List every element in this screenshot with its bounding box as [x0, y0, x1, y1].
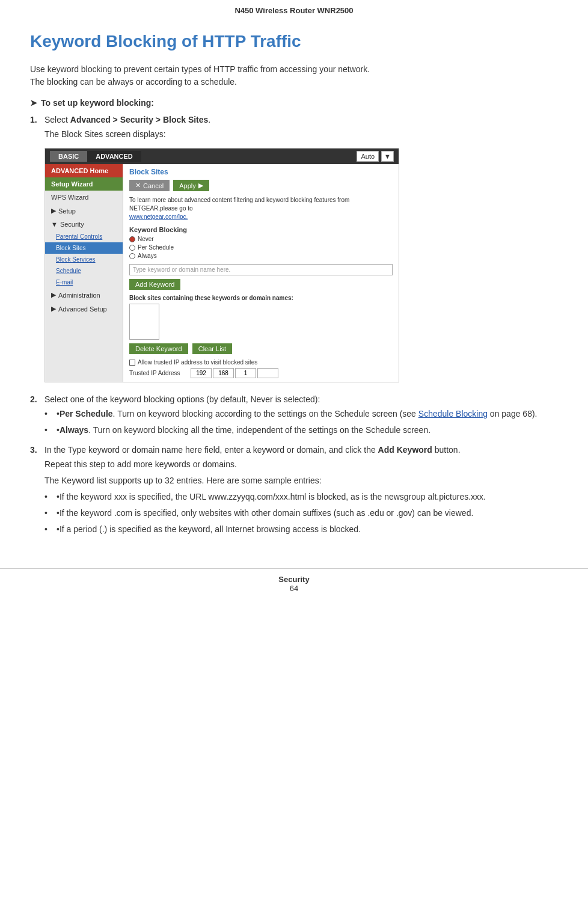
trusted-ip-label: Trusted IP Address	[129, 370, 189, 376]
adv-setup-label: Advanced Setup	[58, 305, 107, 313]
trusted-ip-1[interactable]	[191, 368, 212, 378]
page-title: Keyword Blocking of HTTP Traffic	[30, 32, 558, 51]
apply-arrow-icon: ▶	[198, 182, 203, 189]
step-1: 1. Select Advanced > Security > Block Si…	[30, 115, 558, 382]
header-title: N450 Wireless Router WNR2500	[234, 6, 353, 15]
arrow-icon: ➤	[30, 98, 37, 108]
step-3-bullet-1-text: If the keyword xxx is specified, the URL…	[60, 491, 486, 503]
intro-line1: Use keyword blocking to prevent certain …	[30, 64, 370, 74]
main-content: Keyword Blocking of HTTP Traffic Use key…	[0, 20, 588, 556]
router-section-title: Block Sites	[129, 168, 393, 176]
keyword-list-box	[129, 304, 159, 340]
radio-never[interactable]: Never	[129, 236, 393, 242]
footer-page-num: 64	[0, 584, 588, 593]
step-1-row: 1. Select Advanced > Security > Block Si…	[30, 115, 558, 124]
step-3-bullet-1: • If the keyword xxx is specified, the U…	[44, 491, 558, 503]
cancel-button[interactable]: ✕ Cancel	[129, 180, 170, 191]
sidebar-item-block-services[interactable]: Block Services	[45, 254, 123, 265]
radio-per-schedule[interactable]: Per Schedule	[129, 244, 393, 251]
radio-per-schedule-dot	[129, 245, 135, 251]
info-text-main: To learn more about advanced content fil…	[129, 197, 349, 212]
radio-per-schedule-label: Per Schedule	[138, 244, 174, 251]
sidebar-item-parental-controls[interactable]: Parental Controls	[45, 231, 123, 242]
keyword-action-buttons: Delete Keyword Clear List	[129, 343, 393, 354]
info-link[interactable]: www.netgear.com/lpc.	[129, 213, 188, 220]
router-top-bar: BASIC ADVANCED Auto ▼	[45, 149, 399, 164]
router-info-text: To learn more about advanced content fil…	[129, 196, 393, 221]
sidebar-item-advanced-home[interactable]: ADVANCED Home	[45, 164, 123, 177]
router-screenshot: BASIC ADVANCED Auto ▼ ADVANCED Home Setu…	[44, 148, 399, 382]
sidebar-item-email[interactable]: E-mail	[45, 277, 123, 288]
radio-never-dot	[129, 236, 135, 242]
sidebar-item-schedule[interactable]: Schedule	[45, 265, 123, 277]
adv-setup-arrow-icon: ▶	[51, 305, 56, 313]
router-top-right: Auto ▼	[357, 151, 394, 162]
radio-never-label: Never	[138, 236, 154, 242]
instruction-heading: ➤ To set up keyword blocking:	[30, 98, 558, 108]
radio-always-dot	[129, 253, 135, 259]
sidebar-item-wps-wizard[interactable]: WPS Wizard	[45, 191, 123, 204]
trusted-ip-row: Trusted IP Address	[129, 368, 393, 378]
step-2-content: Select one of the keyword blocking optio…	[44, 394, 558, 404]
apply-label: Apply	[179, 182, 196, 189]
trusted-ip-3[interactable]	[235, 368, 256, 378]
trusted-checkbox[interactable]	[129, 360, 135, 366]
step-2-bullet-2-text: Always. Turn on keyword blocking all the…	[60, 424, 430, 437]
page-footer: Security 64	[0, 568, 588, 599]
radio-group-blocking: Never Per Schedule Always	[129, 236, 393, 259]
auto-dropdown-icon[interactable]: ▼	[381, 151, 394, 162]
cancel-label: Cancel	[143, 182, 164, 189]
sidebar-item-setup[interactable]: ▶ Setup	[45, 204, 123, 218]
step-3-subtext1: Repeat this step to add more keywords or…	[44, 458, 558, 471]
step-2-bullet-1-text: Per Schedule. Turn on keyword blocking a…	[60, 408, 537, 420]
sidebar-item-advanced-setup[interactable]: ▶ Advanced Setup	[45, 302, 123, 316]
tab-basic[interactable]: BASIC	[50, 151, 87, 162]
step-3-content: In the Type keyword or domain name here …	[44, 445, 558, 455]
trusted-ip-2[interactable]	[213, 368, 234, 378]
step-2-bullet-2: • Always. Turn on keyword blocking all t…	[44, 424, 558, 437]
security-label: Security	[60, 221, 84, 228]
always-bold: Always	[60, 425, 88, 435]
block-sites-label: Block sites containing these keywords or…	[129, 295, 393, 301]
setup-label: Setup	[58, 207, 76, 215]
trusted-row: Allow trusted IP address to visit blocke…	[129, 359, 393, 366]
trusted-ip-4[interactable]	[257, 368, 278, 378]
delete-keyword-button[interactable]: Delete Keyword	[129, 343, 188, 354]
sidebar-item-block-sites[interactable]: Block Sites	[45, 242, 123, 254]
step-1-subtext: The Block Sites screen displays:	[44, 128, 558, 141]
router-body: ADVANCED Home Setup Wizard WPS Wizard ▶ …	[45, 164, 399, 382]
step-1-num: 1.	[30, 115, 44, 124]
step-2-num: 2.	[30, 394, 44, 404]
radio-always[interactable]: Always	[129, 253, 393, 259]
step-3-bullet-3-text: If a period (.) is specified as the keyw…	[60, 523, 361, 536]
router-sidebar: ADVANCED Home Setup Wizard WPS Wizard ▶ …	[45, 164, 123, 382]
auto-label: Auto	[357, 151, 379, 162]
keyword-input[interactable]	[129, 264, 393, 275]
step-3-subtext2: The Keyword list supports up to 32 entri…	[44, 474, 558, 487]
add-keyword-button[interactable]: Add Keyword	[129, 279, 180, 290]
sidebar-item-setup-wizard[interactable]: Setup Wizard	[45, 177, 123, 191]
add-keyword-bold: Add Keyword	[378, 445, 432, 455]
trusted-label: Allow trusted IP address to visit blocke…	[138, 359, 257, 366]
clear-list-button[interactable]: Clear List	[192, 343, 232, 354]
step-2-row: 2. Select one of the keyword blocking op…	[30, 394, 558, 404]
step-3-num: 3.	[30, 445, 44, 455]
sidebar-item-administration[interactable]: ▶ Administration	[45, 288, 123, 302]
instruction-heading-text: To set up keyword blocking:	[41, 98, 154, 108]
step-1-content: Select Advanced > Security > Block Sites…	[44, 115, 558, 124]
apply-button[interactable]: Apply ▶	[173, 180, 209, 191]
tab-advanced[interactable]: ADVANCED	[87, 151, 141, 162]
security-arrow-icon: ▼	[51, 221, 58, 228]
step-3-row: 3. In the Type keyword or domain name he…	[30, 445, 558, 455]
per-schedule-bold: Per Schedule	[60, 409, 113, 419]
step-2: 2. Select one of the keyword blocking op…	[30, 394, 558, 437]
page-header: N450 Wireless Router WNR2500	[0, 0, 588, 20]
schedule-blocking-link[interactable]: Schedule Blocking	[418, 409, 488, 419]
router-main: Block Sites ✕ Cancel Apply ▶ To learn mo…	[123, 164, 399, 382]
sidebar-item-security[interactable]: ▼ Security	[45, 218, 123, 231]
keyword-blocking-label: Keyword Blocking	[129, 226, 393, 233]
step-3-bullet-2-text: If the keyword .com is specified, only w…	[60, 507, 473, 520]
radio-always-label: Always	[138, 253, 157, 259]
step-2-bullets: • Per Schedule. Turn on keyword blocking…	[44, 408, 558, 437]
admin-label: Administration	[58, 292, 100, 299]
